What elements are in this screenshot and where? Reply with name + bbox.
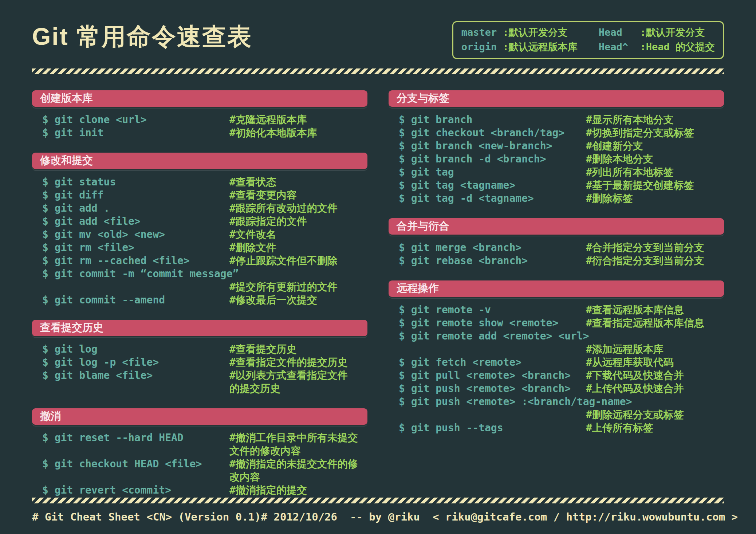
command-text: $ git blame <file> — [42, 369, 229, 395]
legend-item: origin:默认远程版本库 — [461, 40, 578, 54]
command-row: $ git tag#列出所有本地标签 — [389, 166, 724, 179]
comment-text: #显示所有本地分支 — [586, 113, 724, 126]
comment-text: #衍合指定分支到当前分支 — [586, 254, 724, 267]
command-text: $ git add <file> — [42, 215, 229, 228]
header: Git 常用命令速查表 master:默认开发分支origin:默认远程版本库H… — [0, 0, 756, 59]
command-text: $ git reset --hard HEAD — [42, 431, 229, 458]
command-row: $ git rm <file>#删除文件 — [32, 241, 367, 254]
footer: # Git Cheat Sheet <CN> (Version 0.1) # 2… — [0, 498, 756, 534]
comment-text: #查看提交历史 — [229, 343, 367, 356]
command-text: $ git remote -v — [399, 303, 586, 317]
comment-text: #跟踪指定的文件 — [229, 215, 367, 228]
comment-text: #查看变更内容 — [229, 189, 367, 202]
command-text: $ git rm --cached <file> — [42, 254, 229, 267]
command-row: $ git merge <branch>#合并指定分支到当前分支 — [389, 241, 724, 254]
command-text: $ git log — [42, 343, 229, 356]
command-row: $ git clone <url>#克隆远程版本库 — [32, 113, 367, 126]
command-text: $ git remote add <remote> <url> — [399, 330, 724, 343]
command-text: $ git init — [42, 126, 229, 140]
comment-text: #撤消工作目录中所有未提交 文件的修改内容 — [229, 431, 367, 458]
comment-text: #从远程库获取代码 — [586, 356, 724, 369]
command-row: $ git reset --hard HEAD#撤消工作目录中所有未提交 文件的… — [32, 431, 367, 458]
command-row: $ git remote add <remote> <url>#添加远程版本库 — [389, 330, 724, 356]
command-text: $ git branch <new-branch> — [399, 140, 586, 153]
comment-text: #删除文件 — [229, 241, 367, 254]
section: 查看提交历史$ git log#查看提交历史$ git log -p <file… — [32, 320, 367, 395]
command-row: $ git add <file>#跟踪指定的文件 — [32, 215, 367, 228]
comment-text: #删除远程分支或标签 — [586, 408, 724, 421]
legend-desc: :Head 的父提交 — [640, 41, 715, 52]
comment-text: #提交所有更新过的文件 — [229, 280, 367, 294]
comment-text: #撤消指定的未提交文件的修 改内容 — [229, 458, 367, 484]
top-hatch-divider — [32, 68, 724, 74]
command-text: $ git add . — [42, 202, 229, 215]
section-header: 查看提交历史 — [32, 320, 367, 336]
command-text: $ git push --tags — [399, 421, 586, 435]
comment-text: #基于最新提交创建标签 — [586, 179, 724, 192]
command-row: $ git branch#显示所有本地分支 — [389, 113, 724, 126]
legend-item: master:默认开发分支 — [461, 25, 578, 40]
command-row: $ git status#查看状态 — [32, 176, 367, 189]
command-row: $ git commit -m “commit message”#提交所有更新过… — [32, 267, 367, 294]
command-text: $ git merge <branch> — [399, 241, 586, 254]
command-row: $ git remote -v#查看远程版本库信息 — [389, 303, 724, 317]
command-row: $ git pull <remote> <branch>#下载代码及快速合并 — [389, 369, 724, 382]
command-row: $ git fetch <remote>#从远程库获取代码 — [389, 356, 724, 369]
bottom-hatch-divider — [32, 498, 724, 503]
comment-text: #切换到指定分支或标签 — [586, 126, 724, 140]
legend-box: master:默认开发分支origin:默认远程版本库Head:默认开发分支He… — [452, 21, 724, 59]
git-cheat-sheet: Git 常用命令速查表 master:默认开发分支origin:默认远程版本库H… — [0, 0, 756, 534]
footer-right: # 2012/10/26 -- by @riku < riku@gitcafe.… — [261, 511, 738, 523]
command-row: $ git push --tags#上传所有标签 — [389, 421, 724, 435]
comment-text: #删除本地分支 — [586, 153, 724, 166]
command-row: $ git add .#跟踪所有改动过的文件 — [32, 202, 367, 215]
comment-text: #上传代码及快速合并 — [586, 382, 724, 395]
comment-text: #克隆远程版本库 — [229, 113, 367, 126]
command-text: $ git log -p <file> — [42, 356, 229, 369]
legend-desc: :默认开发分支 — [640, 27, 705, 38]
legend-item: Head^:Head 的父提交 — [599, 40, 715, 54]
section-header: 远程操作 — [389, 280, 724, 297]
command-text: $ git clone <url> — [42, 113, 229, 126]
legend-item: Head:默认开发分支 — [599, 25, 715, 40]
command-text: $ git checkout HEAD <file> — [42, 458, 229, 484]
section: 修改和提交$ git status#查看状态$ git diff#查看变更内容$… — [32, 153, 367, 307]
section: 创建版本库$ git clone <url>#克隆远程版本库$ git init… — [32, 90, 367, 140]
command-row: $ git push <remote> <branch>#上传代码及快速合并 — [389, 382, 724, 395]
comment-text: #查看远程版本库信息 — [586, 303, 724, 317]
command-row: $ git revert <commit>#撤消指定的提交 — [32, 484, 367, 497]
comment-text: #撤消指定的提交 — [229, 484, 367, 497]
command-text: $ git commit -m “commit message” — [42, 267, 367, 280]
section-header: 撤消 — [32, 408, 367, 425]
comment-text: #上传所有标签 — [586, 421, 724, 435]
comment-text: #文件改名 — [229, 228, 367, 241]
legend-term: Head^ — [599, 40, 640, 54]
page-title: Git 常用命令速查表 — [32, 20, 252, 53]
command-text: $ git branch — [399, 113, 586, 126]
comment-text: #创建新分支 — [586, 140, 724, 153]
command-row: $ git remote show <remote>#查看指定远程版本库信息 — [389, 317, 724, 330]
command-text: $ git tag <tagname> — [399, 179, 586, 192]
command-row: $ git commit --amend#修改最后一次提交 — [32, 294, 367, 307]
section-header: 修改和提交 — [32, 153, 367, 169]
comment-text: #初始化本地版本库 — [229, 126, 367, 140]
legend-column: master:默认开发分支origin:默认远程版本库 — [461, 25, 578, 54]
comment-text: #跟踪所有改动过的文件 — [229, 202, 367, 215]
comment-text: #以列表方式查看指定文件 的提交历史 — [229, 369, 367, 395]
command-row: $ git branch -d <branch>#删除本地分支 — [389, 153, 724, 166]
section: 撤消$ git reset --hard HEAD#撤消工作目录中所有未提交 文… — [32, 408, 367, 497]
legend-desc: :默认远程版本库 — [503, 41, 577, 52]
command-row: $ git checkout <branch/tag>#切换到指定分支或标签 — [389, 126, 724, 140]
command-text: $ git tag — [399, 166, 586, 179]
command-row: $ git branch <new-branch>#创建新分支 — [389, 140, 724, 153]
command-row: $ git init#初始化本地版本库 — [32, 126, 367, 140]
comment-text: #查看状态 — [229, 176, 367, 189]
legend-term: Head — [599, 25, 640, 40]
command-text: $ git fetch <remote> — [399, 356, 586, 369]
right-column: 分支与标签$ git branch#显示所有本地分支$ git checkout… — [389, 90, 724, 510]
section: 合并与衍合$ git merge <branch>#合并指定分支到当前分支$ g… — [389, 218, 724, 267]
command-row: $ git rebase <branch>#衍合指定分支到当前分支 — [389, 254, 724, 267]
comment-text: #删除标签 — [586, 192, 724, 205]
command-text: $ git commit --amend — [42, 294, 229, 307]
command-text: $ git rm <file> — [42, 241, 229, 254]
